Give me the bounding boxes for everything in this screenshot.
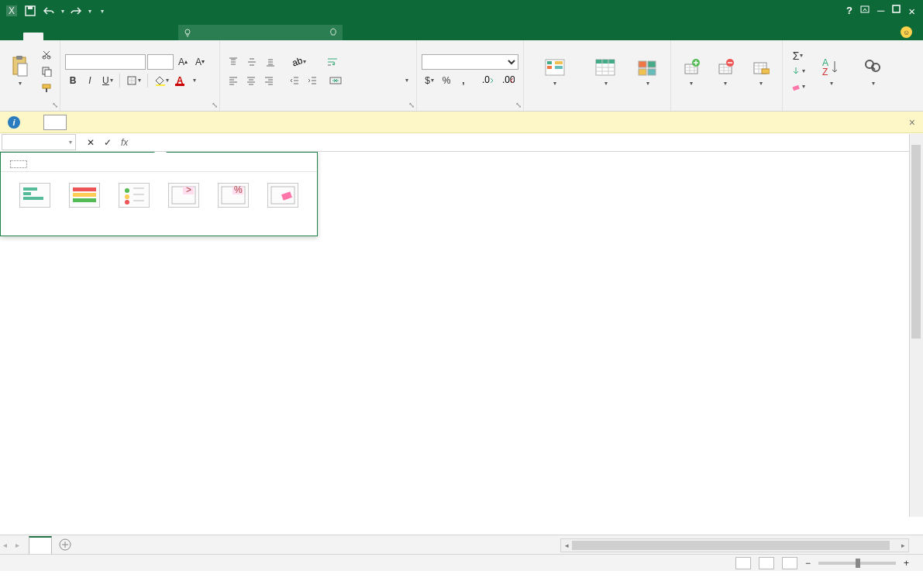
qat-customize-caret[interactable]: ▾ <box>101 8 104 15</box>
align-right-button[interactable] <box>260 73 277 88</box>
close-trial-icon[interactable]: × <box>909 116 915 129</box>
clear-button[interactable]: ▾ <box>787 79 808 95</box>
qa-iconset[interactable] <box>112 183 156 211</box>
zoom-slider[interactable] <box>818 562 896 565</box>
undo-icon[interactable] <box>42 4 56 18</box>
italic-button[interactable]: I <box>82 73 98 88</box>
fill-color-button[interactable]: ▾ <box>151 73 172 88</box>
tab-insert[interactable] <box>43 33 64 40</box>
tab-data[interactable] <box>104 33 124 40</box>
increase-indent-button[interactable] <box>304 73 320 88</box>
insert-cells-button[interactable]: ▾ <box>676 46 707 97</box>
qa-greater[interactable]: > <box>162 183 205 211</box>
increase-font-button[interactable]: A▴ <box>175 54 191 70</box>
tab-page-layout[interactable] <box>64 33 84 40</box>
ribbon-display-icon[interactable] <box>860 5 870 18</box>
font-color-button[interactable]: A▾ <box>174 73 200 88</box>
underline-button[interactable]: U▾ <box>99 73 116 88</box>
paste-button[interactable]: ▾ <box>5 46 35 97</box>
align-center-button[interactable] <box>243 73 259 88</box>
font-name-combo[interactable] <box>65 54 146 70</box>
formula-input[interactable] <box>137 134 923 150</box>
vertical-scrollbar[interactable] <box>909 134 923 517</box>
conditional-formatting-button[interactable]: ▾ <box>529 46 580 97</box>
fx-icon[interactable]: fx <box>121 137 128 148</box>
tell-me-input[interactable] <box>192 28 329 37</box>
tab-formulas[interactable] <box>84 33 104 40</box>
wrap-text-button[interactable] <box>323 54 393 70</box>
decrease-decimal-button[interactable]: .00 <box>499 73 518 88</box>
number-dialog-icon[interactable]: ⤡ <box>515 101 522 109</box>
align-top-button[interactable] <box>225 54 242 70</box>
fill-button[interactable]: ▾ <box>787 64 808 79</box>
page-break-view-button[interactable] <box>782 557 797 569</box>
font-size-combo[interactable] <box>147 54 174 70</box>
zoom-in-button[interactable]: + <box>904 558 909 569</box>
maximize-button[interactable] <box>892 5 901 18</box>
tab-home[interactable] <box>23 33 43 40</box>
border-button[interactable]: ▾ <box>123 73 144 88</box>
comma-button[interactable]: , <box>456 73 471 88</box>
sort-filter-button[interactable]: AZ▾ <box>811 46 850 97</box>
redo-icon[interactable] <box>69 4 83 18</box>
horizontal-scrollbar[interactable]: ◂▸ <box>560 538 909 552</box>
page-layout-view-button[interactable] <box>759 557 774 569</box>
cut-button[interactable] <box>38 46 55 62</box>
worksheet[interactable]: > % <box>0 152 923 535</box>
tell-me-box[interactable] <box>178 25 343 40</box>
align-left-button[interactable] <box>225 73 241 88</box>
qa-tab-charts[interactable] <box>27 160 43 168</box>
qa-top10[interactable]: % <box>212 183 255 211</box>
sheet-tab-1[interactable] <box>29 536 52 554</box>
sign-in-link[interactable]: ☺ <box>893 24 917 40</box>
qa-tab-formatting[interactable] <box>10 160 27 168</box>
format-painter-button[interactable] <box>38 81 55 96</box>
qa-colorscale[interactable] <box>63 183 106 211</box>
cell-styles-button[interactable]: ▾ <box>630 46 666 97</box>
minimize-button[interactable]: ─ <box>877 5 884 18</box>
copy-button[interactable] <box>38 64 55 79</box>
format-cells-button[interactable]: ▾ <box>744 46 777 97</box>
qa-databars[interactable] <box>13 183 57 211</box>
autosum-button[interactable]: Σ▾ <box>787 48 808 64</box>
sheet-nav[interactable]: ◂ ▸ <box>0 541 26 549</box>
qa-tab-sparklines[interactable] <box>74 160 89 168</box>
qa-clear[interactable] <box>261 183 305 211</box>
redo-menu-caret[interactable]: ▾ <box>88 8 91 15</box>
alignment-dialog-icon[interactable]: ⤡ <box>408 101 415 109</box>
zoom-out-button[interactable]: − <box>805 558 811 569</box>
merge-center-button[interactable]: ▾ <box>326 73 412 88</box>
save-icon[interactable] <box>23 4 37 18</box>
cancel-formula-icon[interactable]: ✕ <box>87 137 95 148</box>
find-select-button[interactable]: ▾ <box>853 46 892 97</box>
increase-decimal-button[interactable]: .0 <box>479 73 498 88</box>
align-middle-button[interactable] <box>243 54 260 70</box>
decrease-font-button[interactable]: A▾ <box>192 54 208 70</box>
enter-formula-icon[interactable]: ✓ <box>104 137 112 148</box>
help-icon[interactable]: ? <box>846 5 852 18</box>
buy-button[interactable] <box>43 115 67 130</box>
font-dialog-icon[interactable]: ⤡ <box>212 101 218 109</box>
delete-cells-button[interactable]: ▾ <box>710 46 741 97</box>
tab-view[interactable] <box>144 33 164 40</box>
bold-button[interactable]: B <box>65 73 81 88</box>
qa-tab-totals[interactable] <box>43 160 58 168</box>
percent-button[interactable]: % <box>439 73 454 88</box>
tab-review[interactable] <box>124 33 144 40</box>
format-as-table-button[interactable]: ▾ <box>584 46 627 97</box>
close-button[interactable]: × <box>908 5 915 18</box>
svg-text:.0: .0 <box>482 76 490 85</box>
decrease-indent-button[interactable] <box>286 73 302 88</box>
orientation-button[interactable]: ab▾ <box>288 54 309 70</box>
qa-tab-tables[interactable] <box>58 160 74 168</box>
tab-file[interactable] <box>3 33 23 40</box>
svg-rect-54 <box>73 198 96 202</box>
new-sheet-button[interactable] <box>57 536 74 553</box>
accounting-button[interactable]: $▾ <box>422 73 437 88</box>
number-format-combo[interactable] <box>422 54 518 70</box>
normal-view-button[interactable] <box>735 557 751 569</box>
undo-menu-caret[interactable]: ▾ <box>61 8 64 15</box>
name-box[interactable]: ▾ <box>2 134 76 150</box>
clipboard-dialog-icon[interactable]: ⤡ <box>52 101 58 109</box>
align-bottom-button[interactable] <box>262 54 279 70</box>
